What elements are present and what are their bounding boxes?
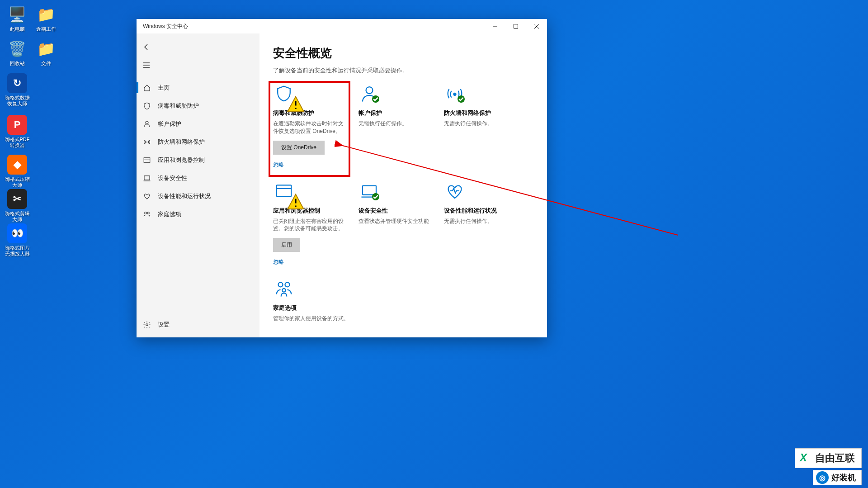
sidebar-item-device[interactable]: 设备安全性 (137, 169, 259, 187)
tile-perf[interactable]: 设备性能和运行状况 无需执行任何操作。 (444, 182, 524, 266)
tile-title: 设备安全性 (359, 207, 439, 215)
sidebar-item-label: 病毒和威胁防护 (158, 102, 199, 110)
sidebar-item-perf[interactable]: 设备性能和运行状况 (137, 187, 259, 205)
desktop-icon-8[interactable]: 👀嗨格式图片无损放大器 (3, 223, 32, 257)
person-icon (359, 85, 380, 103)
sidebar-item-settings[interactable]: 设置 (137, 316, 259, 334)
firewall-icon (142, 137, 151, 147)
tile-desc: 查看状态并管理硬件安全功能 (359, 218, 439, 225)
desktop-icon-0[interactable]: 🖥️此电脑 (3, 5, 32, 32)
dismiss-link[interactable]: 忽略 (273, 161, 346, 169)
app-icon (142, 156, 151, 165)
heart-icon (444, 182, 466, 200)
virus-icon (142, 101, 151, 110)
svg-point-14 (282, 289, 286, 292)
gear-icon (142, 320, 151, 329)
hamburger-button[interactable] (137, 56, 156, 74)
sidebar-item-label: 设备安全性 (158, 174, 187, 182)
desktop-icon-6[interactable]: ◆嗨格式压缩大师 (3, 155, 32, 188)
page-subtitle: 了解设备当前的安全性和运行情况并采取必要操作。 (273, 66, 529, 75)
warning-badge-icon (287, 95, 294, 103)
app-browser-icon (273, 182, 295, 200)
checkmark-badge-icon (372, 193, 379, 200)
sidebar-item-home[interactable]: 主页 (137, 79, 259, 97)
desktop-icon-4[interactable]: ↻嗨格式数据恢复大师 (3, 73, 32, 107)
sidebar: 主页病毒和威胁防护帐户保护防火墙和网络保护应用和浏览器控制设备安全性设备性能和运… (137, 33, 259, 337)
sidebar-item-label: 帐户保护 (158, 120, 181, 128)
home-icon (142, 83, 151, 92)
tile-desc: 在遭遇勒索软件攻击时针对文件恢复选项设置 OneDrive。 (273, 120, 346, 135)
desktop-icon-1[interactable]: 📁近期工作 (32, 5, 61, 32)
sidebar-item-label: 防火墙和网络保护 (158, 138, 205, 146)
enable-button[interactable]: 启用 (273, 238, 300, 252)
back-button[interactable] (137, 38, 156, 56)
minimize-button[interactable] (485, 19, 505, 33)
tile-title: 家庭选项 (273, 304, 353, 312)
sidebar-item-app[interactable]: 应用和浏览器控制 (137, 151, 259, 169)
sidebar-item-label: 设置 (158, 321, 170, 329)
warning-badge-icon (287, 193, 294, 200)
tile-account[interactable]: 帐户保护 无需执行任何操作。 (359, 85, 439, 169)
tile-family[interactable]: 家庭选项 管理你的家人使用设备的方式。 (273, 280, 353, 328)
shield-icon (273, 85, 295, 103)
svg-point-12 (278, 282, 283, 287)
tile-title: 设备性能和运行状况 (444, 207, 524, 215)
perf-icon (142, 192, 151, 201)
tile-device[interactable]: 设备安全性 查看状态并管理硬件安全功能 (359, 182, 439, 266)
tile-title: 应用和浏览器控制 (273, 207, 353, 215)
svg-rect-0 (514, 24, 518, 28)
tile-title: 病毒和威胁防护 (273, 109, 346, 117)
checkmark-badge-icon (458, 95, 465, 103)
family-icon (273, 280, 295, 298)
tile-desc: 无需执行任何操作。 (444, 218, 524, 225)
account-icon (142, 119, 151, 128)
sidebar-item-label: 家庭选项 (158, 210, 181, 218)
svg-rect-3 (144, 158, 150, 163)
svg-rect-4 (144, 176, 150, 180)
family-icon (142, 210, 151, 219)
tile-title: 帐户保护 (359, 109, 439, 117)
svg-point-2 (146, 142, 147, 142)
tile-desc: 无需执行任何操作。 (444, 120, 524, 128)
checkmark-badge-icon (372, 95, 379, 103)
main-content: 安全性概览 了解设备当前的安全性和运行情况并采取必要操作。 病毒和威胁防护 在遭… (259, 33, 547, 337)
sidebar-item-label: 主页 (158, 84, 170, 92)
sidebar-item-virus[interactable]: 病毒和威胁防护 (137, 97, 259, 115)
antenna-icon (444, 85, 466, 103)
tile-desc: 管理你的家人使用设备的方式。 (273, 315, 353, 322)
sidebar-item-label: 设备性能和运行状况 (158, 192, 211, 200)
svg-point-13 (285, 282, 290, 287)
tile-desc: 无需执行任何操作。 (359, 120, 439, 128)
close-button[interactable] (526, 19, 547, 33)
device-icon (359, 182, 380, 200)
setup-onedrive-button[interactable]: 设置 OneDrive (273, 141, 325, 155)
device-icon (142, 174, 151, 183)
svg-point-9 (454, 93, 456, 95)
sidebar-item-account[interactable]: 帐户保护 (137, 115, 259, 133)
sidebar-nav: 主页病毒和威胁防护帐户保护防火墙和网络保护应用和浏览器控制设备安全性设备性能和运… (137, 79, 259, 316)
tile-app[interactable]: 应用和浏览器控制 已关闭阻止潜在有害应用的设置。您的设备可能易受攻击。 启用 忽… (273, 182, 353, 266)
desktop-icon-3[interactable]: 📁文件 (32, 39, 61, 66)
watermark-haozhuangji: ◎好装机 (813, 470, 862, 485)
window-title: Windows 安全中心 (143, 23, 188, 30)
tile-virus[interactable]: 病毒和威胁防护 在遭遇勒索软件攻击时针对文件恢复选项设置 OneDrive。 设… (269, 82, 349, 176)
svg-point-6 (147, 212, 150, 214)
titlebar: Windows 安全中心 (137, 19, 547, 33)
desktop-icon-7[interactable]: ✂嗨格式剪辑大师 (3, 189, 32, 223)
watermark-ziyouhuilian: X自由互联 (795, 448, 862, 468)
svg-point-7 (146, 324, 148, 326)
sidebar-item-firewall[interactable]: 防火墙和网络保护 (137, 133, 259, 151)
desktop-icon-5[interactable]: P嗨格式PDF转换器 (3, 115, 32, 148)
tile-title: 防火墙和网络保护 (444, 109, 524, 117)
tiles-grid: 病毒和威胁防护 在遭遇勒索软件攻击时针对文件恢复选项设置 OneDrive。 设… (273, 85, 529, 328)
tile-firewall[interactable]: 防火墙和网络保护 无需执行任何操作。 (444, 85, 524, 169)
tile-desc: 已关闭阻止潜在有害应用的设置。您的设备可能易受攻击。 (273, 218, 353, 233)
svg-point-5 (145, 212, 147, 214)
sidebar-item-label: 应用和浏览器控制 (158, 156, 205, 164)
svg-point-1 (146, 121, 148, 124)
page-title: 安全性概览 (273, 45, 529, 61)
sidebar-item-family[interactable]: 家庭选项 (137, 205, 259, 223)
desktop-icon-2[interactable]: 🗑️回收站 (3, 39, 32, 66)
dismiss-link[interactable]: 忽略 (273, 258, 353, 266)
maximize-button[interactable] (505, 19, 526, 33)
